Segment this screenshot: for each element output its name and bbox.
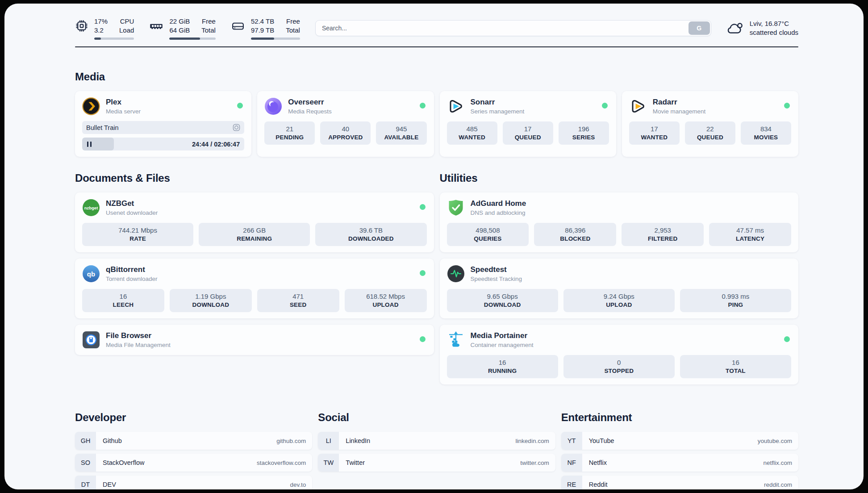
bookmark-name: DEV: [96, 476, 116, 489]
stat-filtered: 2,953 FILTERED: [622, 223, 704, 246]
memory-values: 22 GiB 64 GiB: [169, 17, 190, 35]
card-title: Media Portainer: [471, 331, 534, 340]
bookmark-github[interactable]: GH Github github.com: [75, 432, 312, 450]
stat-wanted: 17 WANTED: [629, 121, 680, 145]
memory-usage-bar: [169, 38, 216, 40]
disk-values: 52.4 TB 97.9 TB: [251, 17, 274, 35]
app-card-sonarr[interactable]: Sonarr Series management 485 WANTED 17 Q…: [440, 91, 616, 157]
stat-blocked: 86,396 BLOCKED: [534, 223, 616, 246]
stat-approved: 40 APPROVED: [320, 121, 371, 145]
stat-queries: 498,508 QUERIES: [447, 223, 529, 246]
card-subtitle: Media File Management: [106, 342, 171, 348]
bookmark-abbr: YT: [561, 432, 582, 450]
cpu-icon: [75, 19, 88, 33]
stat-downloaded: 39.6 TB DOWNLOADED: [315, 223, 426, 246]
bookmark-group-developer: Developer GH Github github.com SO StackO…: [75, 411, 312, 489]
card-title: Speedtest: [471, 265, 522, 274]
bookmark-url: netflix.com: [763, 454, 798, 472]
stat-upload: 9.24 Gbps UPLOAD: [563, 289, 675, 312]
stat-seed: 471 SEED: [257, 289, 339, 312]
bookmark-url: dev.to: [290, 476, 313, 489]
plex-icon: [82, 97, 100, 115]
svg-text:qb: qb: [87, 270, 95, 278]
cpu-values: 17% 3.2: [94, 17, 108, 35]
bookmark-abbr: RE: [561, 476, 582, 489]
stat-download: 9.65 Gbps DOWNLOAD: [447, 289, 558, 312]
section-title-developer: Developer: [75, 411, 312, 424]
bookmark-url: linkedin.com: [516, 432, 555, 450]
stat-stopped: 0 STOPPED: [563, 355, 675, 378]
disk-icon: [231, 19, 245, 33]
documents-column: Documents & Files nzbget NZBGet Usenet d…: [75, 172, 434, 384]
bookmark-linkedin[interactable]: LI LinkedIn linkedin.com: [318, 432, 555, 450]
app-card-radarr[interactable]: Radarr Movie management 17 WANTED 22 QUE…: [622, 91, 798, 157]
app-card-nzbget[interactable]: nzbget NZBGet Usenet downloader 744.21 M…: [75, 192, 434, 252]
dashboard-panel: 17% 3.2 CPU Load 22 GiB: [4, 4, 864, 489]
app-card-filebrowser[interactable]: File Browser Media File Management: [75, 325, 434, 355]
session-icon: [233, 124, 240, 131]
bookmark-youtube[interactable]: YT YouTube youtube.com: [561, 432, 798, 450]
bookmark-name: Netflix: [582, 454, 607, 472]
card-title: Plex: [106, 98, 141, 107]
bookmark-abbr: TW: [318, 454, 339, 472]
cpu-load-avg: 3.2: [94, 26, 108, 35]
bookmark-twitter[interactable]: TW Twitter twitter.com: [318, 454, 555, 472]
search-engine-button[interactable]: G: [689, 21, 710, 35]
cpu-labels: CPU Load: [119, 17, 134, 35]
stat-queued: 22 QUEUED: [685, 121, 735, 145]
now-playing-title: Bullet Train: [86, 124, 119, 131]
cpu-usage-bar: [94, 38, 134, 40]
bookmark-abbr: GH: [75, 432, 96, 450]
status-dot: [420, 336, 426, 342]
app-card-overseerr[interactable]: Overseerr Media Requests 21 PENDING 40 A…: [257, 91, 434, 157]
bookmark-stackoverflow[interactable]: SO StackOverflow stackoverflow.com: [75, 454, 312, 472]
pause-button[interactable]: [82, 142, 92, 147]
app-card-speedtest[interactable]: Speedtest Speedtest Tracking 9.65 Gbps D…: [440, 259, 799, 318]
app-card-plex[interactable]: Plex Media server Bullet Train 24:44 / 0…: [75, 91, 251, 157]
stat-movies: 834 MOVIES: [741, 121, 791, 145]
stat-upload: 618.52 Mbps UPLOAD: [345, 289, 427, 312]
sonarr-icon: [447, 97, 465, 115]
bookmark-reddit[interactable]: RE Reddit reddit.com: [561, 476, 798, 489]
cpu-stat-widget: 17% 3.2 CPU Load: [75, 17, 134, 40]
app-card-adguard[interactable]: AdGuard Home DNS and adblocking 498,508 …: [440, 192, 799, 252]
qbittorrent-icon: qb: [82, 265, 100, 283]
stat-latency: 47.57 ms LATENCY: [709, 223, 791, 246]
disk-labels: Free Total: [286, 17, 300, 35]
stat-running: 16 RUNNING: [447, 355, 558, 378]
bookmark-name: Reddit: [582, 476, 608, 489]
card-subtitle: Media server: [106, 108, 141, 115]
card-title: AdGuard Home: [471, 199, 526, 208]
portainer-icon: [447, 331, 465, 349]
bookmark-url: stackoverflow.com: [257, 454, 312, 472]
playback-time: 24:44 / 02:06:47: [192, 141, 244, 148]
bookmark-dev[interactable]: DT DEV dev.to: [75, 476, 312, 489]
stat-series: 196 SERIES: [559, 121, 609, 145]
section-title-social: Social: [318, 411, 555, 424]
overseerr-icon: [264, 97, 282, 115]
disk-total: 97.9 TB: [251, 26, 274, 35]
app-card-portainer[interactable]: Media Portainer Container management 16 …: [440, 325, 799, 384]
stat-remaining: 266 GB REMAINING: [199, 223, 310, 246]
topbar: 17% 3.2 CPU Load 22 GiB: [75, 17, 798, 40]
bookmark-abbr: SO: [75, 454, 96, 472]
card-subtitle: Usenet downloader: [106, 209, 158, 216]
speedtest-icon: [447, 265, 465, 283]
section-title-utilities: Utilities: [440, 172, 799, 184]
memory-labels: Free Total: [201, 17, 216, 35]
bookmark-url: github.com: [276, 432, 312, 450]
bookmark-abbr: LI: [318, 432, 339, 450]
card-title: Overseerr: [288, 98, 332, 107]
bookmark-netflix[interactable]: NF Netflix netflix.com: [561, 454, 798, 472]
search-input[interactable]: [315, 20, 711, 36]
stat-available: 945 AVAILABLE: [376, 121, 426, 145]
status-dot: [784, 336, 790, 342]
section-title-media: Media: [75, 71, 798, 83]
memory-free: 22 GiB: [169, 17, 190, 26]
stat-rate: 744.21 Mbps RATE: [82, 223, 193, 246]
memory-stat-widget: 22 GiB 64 GiB Free Total: [149, 17, 216, 40]
app-card-qbittorrent[interactable]: qb qBittorrent Torrent downloader 16 LEE…: [75, 259, 434, 318]
nzbget-icon: nzbget: [82, 199, 100, 217]
radarr-icon: [629, 97, 647, 115]
middle-columns: Documents & Files nzbget NZBGet Usenet d…: [75, 172, 798, 384]
